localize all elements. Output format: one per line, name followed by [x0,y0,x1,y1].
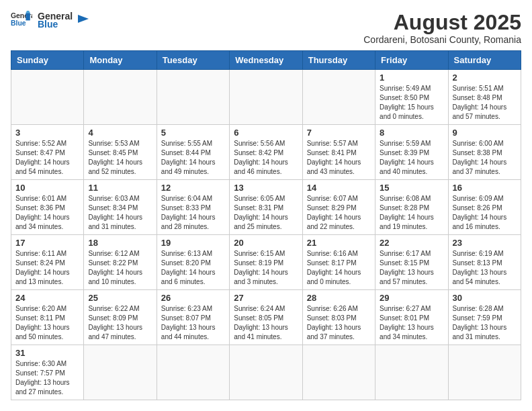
day-info: Sunrise: 6:30 AM Sunset: 7:57 PM Dayligh… [15,359,79,397]
calendar-day-cell: 2Sunrise: 5:51 AM Sunset: 8:48 PM Daylig… [448,70,521,125]
calendar-day-cell: 7Sunrise: 5:57 AM Sunset: 8:41 PM Daylig… [302,125,375,180]
day-info: Sunrise: 6:01 AM Sunset: 8:36 PM Dayligh… [15,194,79,232]
subtitle: Cordareni, Botosani County, Romania [363,34,521,45]
day-info: Sunrise: 5:49 AM Sunset: 8:50 PM Dayligh… [380,84,443,122]
day-number: 2 [453,73,517,83]
day-number: 6 [234,128,298,138]
calendar-day-cell: 29Sunrise: 6:27 AM Sunset: 8:01 PM Dayli… [375,290,448,345]
day-info: Sunrise: 6:03 AM Sunset: 8:34 PM Dayligh… [88,194,152,232]
day-number: 9 [453,128,517,138]
day-number: 12 [161,183,225,193]
calendar-day-cell: 19Sunrise: 6:13 AM Sunset: 8:20 PM Dayli… [157,235,229,290]
calendar-day-cell [230,345,302,400]
weekday-header-monday: Monday [84,51,157,70]
calendar-day-cell [157,345,229,400]
day-number: 5 [161,128,225,138]
day-number: 4 [88,128,152,138]
logo: General Blue General Blue [11,11,90,30]
svg-marker-3 [26,11,30,13]
calendar-day-cell: 3Sunrise: 5:52 AM Sunset: 8:47 PM Daylig… [11,125,84,180]
logo-flag-icon [77,13,90,27]
day-number: 11 [88,183,152,193]
day-info: Sunrise: 6:16 AM Sunset: 8:17 PM Dayligh… [307,249,371,287]
calendar-day-cell [302,70,375,125]
calendar-header: SundayMondayTuesdayWednesdayThursdayFrid… [11,51,521,70]
day-info: Sunrise: 6:15 AM Sunset: 8:19 PM Dayligh… [234,249,298,287]
logo-blue: Blue [38,19,73,30]
calendar-week-row: 17Sunrise: 6:11 AM Sunset: 8:24 PM Dayli… [11,235,521,290]
weekday-header-row: SundayMondayTuesdayWednesdayThursdayFrid… [11,51,521,70]
day-info: Sunrise: 6:00 AM Sunset: 8:38 PM Dayligh… [453,139,517,177]
calendar-day-cell: 31Sunrise: 6:30 AM Sunset: 7:57 PM Dayli… [11,345,84,400]
calendar-table: SundayMondayTuesdayWednesdayThursdayFrid… [11,50,521,400]
calendar-week-row: 1Sunrise: 5:49 AM Sunset: 8:50 PM Daylig… [11,70,521,125]
calendar-day-cell [448,345,521,400]
day-number: 16 [453,183,517,193]
calendar-day-cell: 17Sunrise: 6:11 AM Sunset: 8:24 PM Dayli… [11,235,84,290]
day-number: 1 [380,73,443,83]
calendar-day-cell: 4Sunrise: 5:53 AM Sunset: 8:45 PM Daylig… [84,125,157,180]
day-info: Sunrise: 6:07 AM Sunset: 8:29 PM Dayligh… [307,194,371,232]
day-info: Sunrise: 6:22 AM Sunset: 8:09 PM Dayligh… [88,304,152,342]
day-info: Sunrise: 6:17 AM Sunset: 8:15 PM Dayligh… [380,249,443,287]
calendar-body: 1Sunrise: 5:49 AM Sunset: 8:50 PM Daylig… [11,70,521,400]
calendar-day-cell: 5Sunrise: 5:55 AM Sunset: 8:44 PM Daylig… [157,125,229,180]
calendar-day-cell: 9Sunrise: 6:00 AM Sunset: 8:38 PM Daylig… [448,125,521,180]
day-number: 21 [307,238,371,248]
header: General Blue General Blue August 2025 Co… [11,11,521,45]
day-number: 15 [380,183,443,193]
day-info: Sunrise: 6:26 AM Sunset: 8:03 PM Dayligh… [307,304,371,342]
svg-marker-2 [26,13,30,20]
calendar-day-cell: 6Sunrise: 5:56 AM Sunset: 8:42 PM Daylig… [230,125,302,180]
day-number: 25 [88,293,152,303]
calendar-day-cell: 22Sunrise: 6:17 AM Sunset: 8:15 PM Dayli… [375,235,448,290]
day-info: Sunrise: 6:20 AM Sunset: 8:11 PM Dayligh… [15,304,79,342]
svg-marker-4 [78,15,89,23]
calendar-day-cell: 18Sunrise: 6:12 AM Sunset: 8:22 PM Dayli… [84,235,157,290]
calendar-week-row: 3Sunrise: 5:52 AM Sunset: 8:47 PM Daylig… [11,125,521,180]
day-number: 10 [15,183,79,193]
day-number: 14 [307,183,371,193]
calendar-day-cell: 28Sunrise: 6:26 AM Sunset: 8:03 PM Dayli… [302,290,375,345]
calendar-day-cell: 16Sunrise: 6:09 AM Sunset: 8:26 PM Dayli… [448,180,521,235]
weekday-header-wednesday: Wednesday [230,51,302,70]
calendar-day-cell [375,345,448,400]
calendar-day-cell: 13Sunrise: 6:05 AM Sunset: 8:31 PM Dayli… [230,180,302,235]
day-info: Sunrise: 5:59 AM Sunset: 8:39 PM Dayligh… [380,139,443,177]
day-number: 28 [307,293,371,303]
day-number: 30 [453,293,517,303]
calendar-day-cell [84,70,157,125]
day-info: Sunrise: 6:12 AM Sunset: 8:22 PM Dayligh… [88,249,152,287]
day-number: 18 [88,238,152,248]
day-number: 3 [15,128,79,138]
day-info: Sunrise: 6:13 AM Sunset: 8:20 PM Dayligh… [161,249,225,287]
calendar-day-cell: 12Sunrise: 6:04 AM Sunset: 8:33 PM Dayli… [157,180,229,235]
title-area: August 2025 Cordareni, Botosani County, … [363,11,521,45]
calendar-week-row: 10Sunrise: 6:01 AM Sunset: 8:36 PM Dayli… [11,180,521,235]
day-info: Sunrise: 6:09 AM Sunset: 8:26 PM Dayligh… [453,194,517,232]
day-info: Sunrise: 6:05 AM Sunset: 8:31 PM Dayligh… [234,194,298,232]
calendar-day-cell: 8Sunrise: 5:59 AM Sunset: 8:39 PM Daylig… [375,125,448,180]
calendar-day-cell: 27Sunrise: 6:24 AM Sunset: 8:05 PM Dayli… [230,290,302,345]
day-info: Sunrise: 6:19 AM Sunset: 8:13 PM Dayligh… [453,249,517,287]
weekday-header-saturday: Saturday [448,51,521,70]
calendar-day-cell [157,70,229,125]
svg-text:Blue: Blue [11,19,26,27]
day-number: 27 [234,293,298,303]
calendar-day-cell: 10Sunrise: 6:01 AM Sunset: 8:36 PM Dayli… [11,180,84,235]
logo-svg: General Blue [11,11,32,30]
calendar-day-cell [230,70,302,125]
calendar-day-cell: 21Sunrise: 6:16 AM Sunset: 8:17 PM Dayli… [302,235,375,290]
day-number: 7 [307,128,371,138]
calendar-day-cell: 26Sunrise: 6:23 AM Sunset: 8:07 PM Dayli… [157,290,229,345]
weekday-header-thursday: Thursday [302,51,375,70]
calendar-day-cell: 25Sunrise: 6:22 AM Sunset: 8:09 PM Dayli… [84,290,157,345]
day-number: 20 [234,238,298,248]
day-info: Sunrise: 6:24 AM Sunset: 8:05 PM Dayligh… [234,304,298,342]
calendar-day-cell [11,70,84,125]
day-number: 23 [453,238,517,248]
calendar-day-cell: 15Sunrise: 6:08 AM Sunset: 8:28 PM Dayli… [375,180,448,235]
day-info: Sunrise: 6:11 AM Sunset: 8:24 PM Dayligh… [15,249,79,287]
day-info: Sunrise: 5:55 AM Sunset: 8:44 PM Dayligh… [161,139,225,177]
day-info: Sunrise: 5:53 AM Sunset: 8:45 PM Dayligh… [88,139,152,177]
